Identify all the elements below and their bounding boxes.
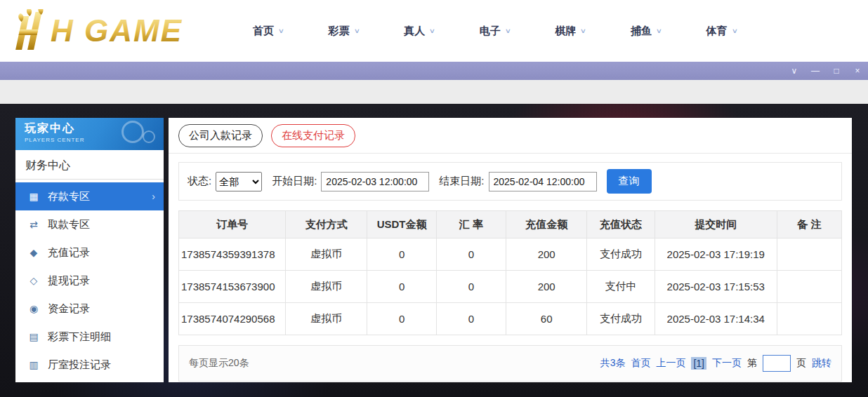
sidebar-item-label: 提现记录 xyxy=(48,274,90,288)
table-cell xyxy=(777,271,841,303)
table-cell: 1738574074290568 xyxy=(179,303,286,335)
next-page-link[interactable]: 下一页 xyxy=(712,357,742,370)
sidebar: 玩家中心 PLAYERS CENTER 财务中心 ▦存款专区›⇄取款专区◆充值记… xyxy=(15,118,164,382)
table-cell: 2025-02-03 17:15:53 xyxy=(655,271,777,303)
nav-item-board-games[interactable]: 棋牌∨ xyxy=(549,20,591,42)
deposit-icon: ▦ xyxy=(27,191,41,202)
window-maximize-icon[interactable]: □ xyxy=(826,62,847,80)
logo-text: H GAME xyxy=(51,13,183,48)
column-header: 充值状态 xyxy=(587,211,655,238)
nav-item-label: 体育 xyxy=(706,25,728,38)
first-page-link[interactable]: 首页 xyxy=(631,357,650,370)
record-tabs: 公司入款记录在线支付记录 xyxy=(169,118,852,154)
column-header: USDT金额 xyxy=(367,211,436,238)
nav-item-sports[interactable]: 体育∨ xyxy=(701,20,743,42)
nav-item-lottery[interactable]: 彩票∨ xyxy=(323,20,365,42)
tab-online-payment-records[interactable]: 在线支付记录 xyxy=(271,124,355,147)
table-cell: 虚拟币 xyxy=(286,303,367,335)
table-cell: 0 xyxy=(367,238,436,271)
sidebar-item-withdraw-zone[interactable]: ⇄取款专区 xyxy=(15,210,164,238)
window-bar: ∨—□× xyxy=(0,62,868,80)
table-row: 1738574153673900虚拟币00200支付中2025-02-03 17… xyxy=(179,271,842,303)
table-cell: 1738574153673900 xyxy=(179,271,286,303)
decoration-ring-icon xyxy=(143,130,155,143)
sidebar-item-label: 彩票下注明细 xyxy=(48,330,111,344)
status-label: 状态: xyxy=(188,175,211,188)
query-button[interactable]: 查询 xyxy=(607,169,652,194)
chevron-down-icon: ∨ xyxy=(353,27,360,34)
sidebar-item-label: 存款专区 xyxy=(48,190,90,203)
nav-item-home[interactable]: 首页∨ xyxy=(247,20,289,42)
window-close-icon[interactable]: × xyxy=(847,62,868,80)
sidebar-item-funds-records[interactable]: ◉资金记录 xyxy=(15,295,164,323)
page-prefix-label: 第 xyxy=(747,357,757,370)
table-cell: 60 xyxy=(506,303,587,335)
table-cell: 支付中 xyxy=(587,271,655,303)
nav-item-label: 棋牌 xyxy=(555,25,576,38)
hall-records-icon: ▥ xyxy=(27,359,41,370)
page-number-input[interactable] xyxy=(763,355,791,372)
sidebar-header: 玩家中心 PLAYERS CENTER xyxy=(15,118,164,150)
table-cell: 虚拟币 xyxy=(286,238,367,271)
table-row: 1738574074290568虚拟币0060支付成功2025-02-03 17… xyxy=(179,303,842,335)
funds-record-icon: ◉ xyxy=(27,303,41,314)
sidebar-item-label: 资金记录 xyxy=(48,302,90,316)
logo-graphic: H GAME xyxy=(10,9,211,53)
table-cell xyxy=(777,303,841,335)
table-cell: 虚拟币 xyxy=(286,271,367,303)
end-date-label: 结束日期: xyxy=(439,175,484,188)
sidebar-item-label: 充值记录 xyxy=(48,246,90,260)
withdraw-icon: ⇄ xyxy=(27,219,41,230)
page-backdrop: 玩家中心 PLAYERS CENTER 财务中心 ▦存款专区›⇄取款专区◆充值记… xyxy=(0,104,868,397)
tab-company-deposit-records[interactable]: 公司入款记录 xyxy=(178,124,263,147)
prev-page-link[interactable]: 上一页 xyxy=(656,357,685,370)
sidebar-item-deposit-zone[interactable]: ▦存款专区› xyxy=(15,182,164,210)
table-cell: 支付成功 xyxy=(587,238,655,271)
table-body: 1738574359391378虚拟币00200支付成功2025-02-03 1… xyxy=(179,238,842,335)
window-expand-icon[interactable]: ∨ xyxy=(784,62,805,80)
sidebar-item-hall-bet-records[interactable]: ▥厅室投注记录 xyxy=(15,351,164,379)
sidebar-item-recharge-records[interactable]: ◆充值记录 xyxy=(15,238,164,267)
table-cell: 0 xyxy=(436,271,506,303)
lottery-details-icon: ▤ xyxy=(27,331,41,342)
pagination-bar: 每页显示20条 共3条 首页 上一页 [1] 下一页 第 页 跳转 xyxy=(178,345,842,382)
records-table: 订单号支付方式USDT金额汇 率充值金额充值状态提交时间备 注 17385743… xyxy=(178,210,842,335)
top-header: H GAME 首页∨彩票∨真人∨电子∨棋牌∨捕鱼∨体育∨ xyxy=(0,0,868,62)
sidebar-item-withdrawal-records[interactable]: ◇提现记录 xyxy=(15,267,164,295)
end-date-input[interactable] xyxy=(489,172,597,191)
chevron-down-icon: ∨ xyxy=(656,27,662,34)
table-cell: 支付成功 xyxy=(587,303,655,335)
status-select[interactable]: 全部 xyxy=(216,172,262,191)
table-header: 订单号支付方式USDT金额汇 率充值金额充值状态提交时间备 注 xyxy=(179,211,842,238)
sidebar-item-lottery-bet-details[interactable]: ▤彩票下注明细 xyxy=(15,323,164,351)
logo[interactable]: H GAME xyxy=(10,9,211,53)
nav-item-slots[interactable]: 电子∨ xyxy=(474,20,516,42)
page-suffix-label: 页 xyxy=(796,357,806,370)
start-date-input[interactable] xyxy=(321,172,429,191)
nav-item-label: 彩票 xyxy=(329,25,350,38)
column-header: 支付方式 xyxy=(286,211,367,238)
recharge-record-icon: ◆ xyxy=(27,247,41,258)
chevron-down-icon: ∨ xyxy=(580,27,586,34)
chevron-down-icon: ∨ xyxy=(504,27,511,34)
nav-item-fishing[interactable]: 捕鱼∨ xyxy=(625,20,667,42)
finance-center-label: 财务中心 xyxy=(25,159,70,171)
chevron-right-icon: › xyxy=(152,191,155,202)
nav-item-label: 首页 xyxy=(253,25,274,38)
per-page-label: 每页显示20条 xyxy=(189,357,249,370)
screen: H GAME 首页∨彩票∨真人∨电子∨棋牌∨捕鱼∨体育∨ ∨—□× 玩家中心 P… xyxy=(0,0,868,397)
content-panel: 公司入款记录在线支付记录 状态: 全部 开始日期: 结束日期: 查询 订单号支付… xyxy=(169,118,852,382)
window-minimize-icon[interactable]: — xyxy=(805,62,826,80)
sidebar-item-label: 厅室投注记录 xyxy=(48,358,111,372)
sidebar-menu: ▦存款专区›⇄取款专区◆充值记录◇提现记录◉资金记录▤彩票下注明细▥厅室投注记录 xyxy=(15,182,164,379)
logo-emblem-icon xyxy=(11,9,44,50)
start-date-label: 开始日期: xyxy=(272,175,317,188)
sidebar-item-label: 取款专区 xyxy=(48,218,90,231)
table-cell: 2025-02-03 17:19:19 xyxy=(655,238,777,271)
table-cell: 0 xyxy=(367,271,436,303)
current-page-indicator: [1] xyxy=(691,357,706,370)
nav-item-label: 真人 xyxy=(404,25,425,38)
nav-item-live[interactable]: 真人∨ xyxy=(398,20,440,42)
jump-link[interactable]: 跳转 xyxy=(812,357,831,370)
table-cell: 200 xyxy=(506,238,587,271)
